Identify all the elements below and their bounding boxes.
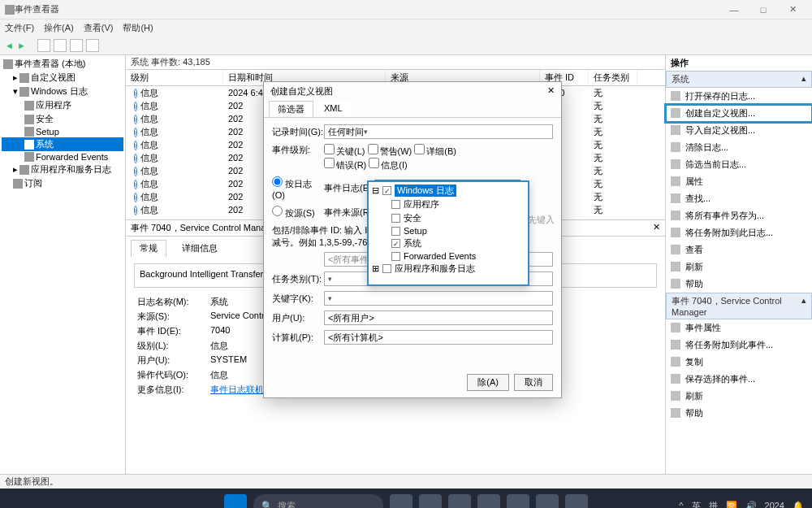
taskbar-search[interactable]: 🔍搜索 bbox=[253, 494, 383, 508]
tab-general[interactable]: 常规 bbox=[131, 240, 166, 257]
dialog-close-button[interactable]: ✕ bbox=[547, 85, 555, 98]
back-button[interactable]: ◄ bbox=[5, 41, 14, 50]
chk-info[interactable]: 信息(I) bbox=[369, 160, 407, 170]
toolbar-btn-4[interactable] bbox=[86, 39, 99, 52]
tree-custom-views[interactable]: ▸ 自定义视图 bbox=[2, 71, 123, 85]
menu-view[interactable]: 查看(V) bbox=[84, 22, 114, 34]
collapse-icon[interactable]: ▴ bbox=[801, 295, 806, 317]
taskbar-app-4[interactable] bbox=[477, 494, 500, 508]
app-icon bbox=[5, 5, 15, 15]
dialog-tab-filter[interactable]: 筛选器 bbox=[269, 101, 313, 117]
keywords-dropdown[interactable]: ▾ bbox=[324, 291, 553, 306]
dd-system[interactable]: ✓系统 bbox=[370, 237, 526, 250]
taskbar-app-3[interactable] bbox=[448, 494, 471, 508]
maximize-button[interactable]: □ bbox=[749, 5, 778, 15]
chk-critical[interactable]: 关键(L) bbox=[324, 146, 365, 156]
menu-help[interactable]: 帮助(H) bbox=[123, 22, 153, 34]
action-save-all-events[interactable]: 将所有事件另存为... bbox=[666, 207, 812, 224]
menubar: 文件(F) 操作(A) 查看(V) 帮助(H) bbox=[0, 20, 812, 36]
tree-subscriptions[interactable]: 订阅 bbox=[2, 176, 123, 190]
action-filter-current-log[interactable]: 筛选当前日志... bbox=[666, 156, 812, 173]
tab-details[interactable]: 详细信息 bbox=[173, 240, 227, 257]
action-copy[interactable]: 复制 bbox=[666, 354, 812, 371]
action-view[interactable]: 查看 bbox=[666, 241, 812, 258]
logged-dropdown[interactable]: 任何时间▾ bbox=[324, 124, 553, 139]
action-import-custom-view[interactable]: 导入自定义视图... bbox=[666, 122, 812, 139]
toolbar: ◄ ► bbox=[0, 36, 812, 55]
action-save-selected[interactable]: 保存选择的事件... bbox=[666, 371, 812, 388]
radio-by-log[interactable]: 按日志(O) bbox=[272, 176, 324, 200]
action-refresh-event[interactable]: 刷新 bbox=[666, 388, 812, 405]
action-help-event[interactable]: 帮助 bbox=[666, 405, 812, 422]
statusbar: 创建新视图。 bbox=[0, 474, 812, 488]
log-icon bbox=[24, 140, 34, 150]
tree-app-services[interactable]: ▸ 应用程序和服务日志 bbox=[2, 163, 123, 176]
action-create-custom-view[interactable]: 创建自定义视图... bbox=[666, 105, 812, 122]
dd-application[interactable]: 应用程序 bbox=[370, 198, 526, 211]
taskbar-app-5[interactable] bbox=[507, 494, 529, 508]
dd-forwarded[interactable]: Forwarded Events bbox=[370, 250, 526, 262]
radio-by-source[interactable]: 按源(S) bbox=[272, 206, 324, 219]
start-button[interactable] bbox=[224, 494, 247, 508]
menu-file[interactable]: 文件(F) bbox=[5, 22, 34, 34]
forward-button[interactable]: ► bbox=[17, 41, 26, 50]
toolbar-btn-3[interactable] bbox=[70, 39, 83, 52]
tree-application[interactable]: 应用程序 bbox=[2, 98, 123, 112]
detail-close-button[interactable]: ✕ bbox=[653, 222, 660, 234]
tree-system[interactable]: 系统 bbox=[2, 137, 123, 151]
action-refresh[interactable]: 刷新 bbox=[666, 258, 812, 276]
window-title: 事件查看器 bbox=[15, 3, 719, 15]
close-button[interactable]: ✕ bbox=[778, 4, 807, 15]
taskbar-app-6[interactable] bbox=[536, 494, 559, 508]
chk-warning[interactable]: 警告(W) bbox=[368, 146, 412, 156]
ime-mode[interactable]: 拼 bbox=[709, 500, 718, 509]
chk-error[interactable]: 错误(R) bbox=[324, 160, 366, 170]
action-properties[interactable]: 属性 bbox=[666, 173, 812, 190]
clear-button[interactable]: 除(A) bbox=[467, 374, 509, 391]
user-input[interactable]: <所有用户> bbox=[324, 310, 553, 325]
notification-icon[interactable]: 🔔 bbox=[793, 501, 804, 509]
ime-lang[interactable]: 英 bbox=[692, 500, 701, 509]
col-task[interactable]: 任务类别 bbox=[589, 70, 637, 85]
taskbar-app-7[interactable] bbox=[565, 494, 588, 508]
action-attach-task-log[interactable]: 将任务附加到此日志... bbox=[666, 224, 812, 241]
dialog-tab-xml[interactable]: XML bbox=[315, 101, 352, 117]
folder-icon bbox=[19, 73, 29, 83]
dd-windows-logs[interactable]: ⊟✓Windows 日志 bbox=[370, 184, 526, 198]
log-icon bbox=[24, 152, 34, 162]
tree-root[interactable]: 事件查看器 (本地) bbox=[2, 57, 123, 71]
col-level[interactable]: 级别 bbox=[126, 70, 223, 85]
dd-app-services[interactable]: ⊞应用程序和服务日志 bbox=[370, 262, 526, 276]
minimize-button[interactable]: — bbox=[719, 5, 749, 15]
dialog-title: 创建自定义视图 bbox=[270, 85, 333, 98]
tray-chevron-icon[interactable]: ^ bbox=[679, 501, 683, 508]
action-clear-log[interactable]: 清除日志... bbox=[666, 139, 812, 156]
actions-heading: 操作 bbox=[666, 55, 812, 71]
tree-windows-logs[interactable]: ▾ Windows 日志 bbox=[2, 85, 123, 98]
dd-security[interactable]: 安全 bbox=[370, 211, 526, 225]
menu-action[interactable]: 操作(A) bbox=[44, 22, 74, 34]
action-help[interactable]: 帮助 bbox=[666, 276, 812, 293]
action-find[interactable]: 查找... bbox=[666, 190, 812, 207]
toolbar-btn-2[interactable] bbox=[54, 39, 67, 52]
event-log-tree-dropdown[interactable]: ⊟✓Windows 日志 应用程序 安全 Setup ✓系统 Forwarded… bbox=[367, 180, 529, 286]
taskbar-app-1[interactable] bbox=[390, 494, 412, 508]
tree-security[interactable]: 安全 bbox=[2, 112, 123, 126]
taskbar-app-2[interactable] bbox=[419, 494, 442, 508]
wifi-icon[interactable]: 🛜 bbox=[726, 501, 737, 509]
collapse-icon[interactable]: ▴ bbox=[801, 73, 806, 85]
computer-input[interactable]: <所有计算机> bbox=[324, 330, 553, 345]
system-tray[interactable]: ^ 英 拼 🛜 🔊 2024 🔔 bbox=[679, 500, 804, 509]
keywords-label: 关键字(K): bbox=[272, 293, 324, 305]
chk-verbose[interactable]: 详细(B) bbox=[414, 146, 456, 156]
action-attach-task-event[interactable]: 将任务附加到此事件... bbox=[666, 336, 812, 354]
action-open-saved-log[interactable]: 打开保存的日志... bbox=[666, 88, 812, 105]
cancel-button[interactable]: 取消 bbox=[514, 374, 553, 391]
tree-forwarded[interactable]: Forwarded Events bbox=[2, 151, 123, 163]
action-event-properties[interactable]: 事件属性 bbox=[666, 319, 812, 336]
toolbar-btn-1[interactable] bbox=[37, 39, 50, 52]
tree-setup[interactable]: Setup bbox=[2, 126, 123, 137]
volume-icon[interactable]: 🔊 bbox=[745, 501, 757, 509]
dd-setup[interactable]: Setup bbox=[370, 225, 526, 237]
clock-year[interactable]: 2024 bbox=[765, 501, 784, 508]
